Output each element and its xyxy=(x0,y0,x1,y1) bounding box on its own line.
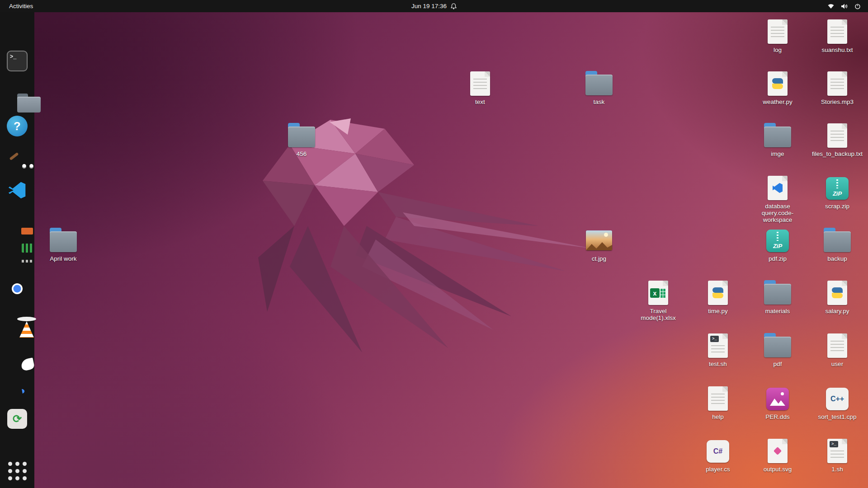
desktop-icon-task[interactable]: task xyxy=(572,70,626,105)
desktop-icon-stories-mp3[interactable]: Stories.mp3 xyxy=(810,70,864,105)
folder-icon xyxy=(49,227,78,253)
desktop-icon-1-sh[interactable]: >_1.sh xyxy=(810,437,864,473)
desktop-icon-label: text xyxy=(475,99,485,105)
notification-bell-icon xyxy=(451,3,457,9)
desktop-icon-label: materials xyxy=(765,308,790,314)
desktop-icon-travel-mode-1-xlsx[interactable]: xTravel mode(1).xlsx xyxy=(631,279,685,321)
dock-item-thunderbird[interactable] xyxy=(4,341,30,366)
desktop-icon-april-work[interactable]: April work xyxy=(36,227,90,262)
desktop-icon-label: backup xyxy=(827,255,847,262)
clock-button[interactable]: Jun 19 17:36 xyxy=(411,0,457,12)
cs-icon: C# xyxy=(703,437,732,464)
desktop-icon-label: April work xyxy=(50,255,76,262)
terminal-icon: >_ xyxy=(7,51,28,71)
text-icon xyxy=(466,70,495,96)
dock-item-vlc[interactable] xyxy=(4,309,30,334)
dock-item-vscode[interactable] xyxy=(4,178,30,204)
svgfile-icon xyxy=(763,437,792,464)
cpp-icon: C++ xyxy=(823,385,852,411)
desktop-icon-user[interactable]: user xyxy=(810,332,864,367)
desktop-icon-label: imge xyxy=(771,150,784,157)
desktop-icon-output-svg[interactable]: output.svg xyxy=(750,437,805,473)
desktop-icon-label: database query.code-workspace xyxy=(752,203,803,223)
folder-icon xyxy=(287,122,316,148)
desktop-icon-scrap-zip[interactable]: ZiPscrap.zip xyxy=(810,174,864,210)
desktop-icon-label: salary.py xyxy=(825,308,849,314)
desktop-icon-456[interactable]: 456 xyxy=(274,122,329,157)
text-icon xyxy=(823,70,852,96)
desktop-icon-weather-py[interactable]: weather.py xyxy=(750,70,805,105)
dock-item-files[interactable] xyxy=(4,81,30,106)
network-icon xyxy=(827,3,835,9)
desktop-icon-player-cs[interactable]: C#player.cs xyxy=(691,437,745,473)
dds-icon xyxy=(763,385,792,411)
activities-button[interactable]: Activities xyxy=(0,0,42,12)
desktop-icon-pdf[interactable]: pdf xyxy=(750,332,805,367)
folder-icon xyxy=(763,122,792,148)
desktop-icon-label: ct.jpg xyxy=(592,255,606,262)
dock-item-software-updater[interactable]: ⟳ xyxy=(4,406,30,432)
dock-item-gimp[interactable] xyxy=(4,146,30,171)
desktop-icon-label: weather.py xyxy=(763,99,792,105)
sh-icon: >_ xyxy=(823,437,852,464)
desktop-icon-database-query-code-workspace[interactable]: database query.code-workspace xyxy=(750,174,805,223)
jellyfish-wallpaper-art xyxy=(150,77,602,366)
desktop-icon-pdf-zip[interactable]: ZiPpdf.zip xyxy=(750,227,805,262)
desktop-icon-time-py[interactable]: time.py xyxy=(691,279,745,314)
desktop-icon-help[interactable]: help xyxy=(691,385,745,420)
top-bar: Activities Jun 19 17:36 xyxy=(0,0,868,12)
power-icon xyxy=(854,3,861,9)
workspace-icon xyxy=(763,174,792,201)
folder-icon xyxy=(823,227,852,253)
text-icon xyxy=(823,18,852,44)
dock-item-help[interactable]: ? xyxy=(4,113,30,139)
desktop-icon-label: output.svg xyxy=(764,466,792,473)
dock-item-libreoffice-impress[interactable] xyxy=(4,211,30,236)
desktop-icon-files-to-backup-txt[interactable]: files_to_backup.txt xyxy=(810,122,864,157)
dock-item-app-dark-swirl[interactable] xyxy=(4,374,30,399)
desktop-icon-label: PER.dds xyxy=(765,413,789,420)
desktop-icon-imge[interactable]: imge xyxy=(750,122,805,157)
desktop-icon-label: log xyxy=(774,47,782,53)
desktop-icon-materials[interactable]: materials xyxy=(750,279,805,314)
dock-item-chrome[interactable] xyxy=(4,276,30,301)
desktop-icon-label: pdf xyxy=(774,361,782,367)
help-icon: ? xyxy=(7,116,28,136)
desktop-icon-label: user xyxy=(831,361,843,367)
desktop-icon-label: sort_test1.cpp xyxy=(818,413,857,420)
desktop-icon-label: Stories.mp3 xyxy=(821,99,854,105)
sh-icon: >_ xyxy=(703,332,732,358)
dock-item-show-applications[interactable] xyxy=(4,458,30,483)
desktop-icon-salary-py[interactable]: salary.py xyxy=(810,279,864,314)
desktop-icon-suanshu-txt[interactable]: suanshu.txt xyxy=(810,18,864,53)
desktop-icon-label: time.py xyxy=(708,308,728,314)
text-icon xyxy=(703,385,732,411)
software-updater-icon: ⟳ xyxy=(7,409,27,429)
desktop-icon-label: task xyxy=(594,99,605,105)
desktop-icon-test-sh[interactable]: >_test.sh xyxy=(691,332,745,367)
desktop-icon-backup[interactable]: backup xyxy=(810,227,864,262)
desktop-icon-per-dds[interactable]: PER.dds xyxy=(750,385,805,420)
desktop-icon-label: help xyxy=(712,413,724,420)
desktop-icon-label: files_to_backup.txt xyxy=(812,150,863,157)
desktop-icon-ct-jpg[interactable]: ct.jpg xyxy=(572,227,626,262)
desktop-icon-label: player.cs xyxy=(706,466,730,473)
dock-item-terminal[interactable]: >_ xyxy=(4,48,30,74)
dock-item-libreoffice-calc[interactable] xyxy=(4,244,30,269)
desktop-icon-label: suanshu.txt xyxy=(821,47,853,53)
desktop-icon-log[interactable]: log xyxy=(750,18,805,53)
clock-label: Jun 19 17:36 xyxy=(411,3,447,9)
desktop-icon-label: Travel mode(1).xlsx xyxy=(632,308,684,321)
text-icon xyxy=(823,332,852,358)
desktop-icon-sort-test1-cpp[interactable]: C++sort_test1.cpp xyxy=(810,385,864,420)
vscode-icon xyxy=(7,180,27,202)
dock-item-libreoffice-writer[interactable] xyxy=(4,16,30,41)
desktop-icon-label: test.sh xyxy=(709,361,727,367)
text-icon xyxy=(823,122,852,148)
desktop-icon-label: 1.sh xyxy=(831,466,843,473)
system-status-area[interactable] xyxy=(827,0,868,12)
folder-icon xyxy=(585,70,613,96)
desktop-icon-label: 456 xyxy=(297,150,307,157)
text-icon xyxy=(763,18,792,44)
desktop-icon-text[interactable]: text xyxy=(453,70,507,105)
